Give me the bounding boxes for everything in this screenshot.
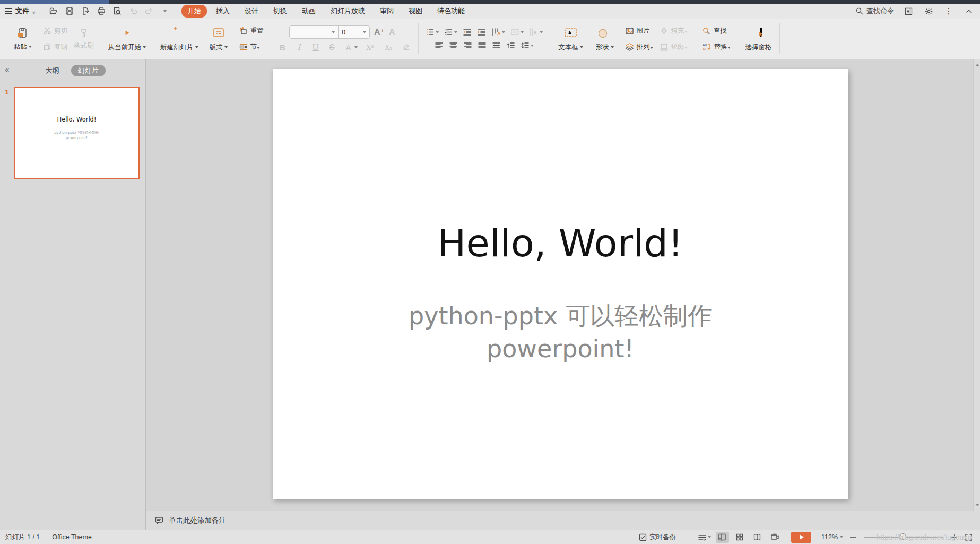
numbered-list-button[interactable] xyxy=(444,28,457,37)
format-painter-button[interactable]: 格式刷 xyxy=(74,28,94,50)
more-options-icon[interactable]: ⋮ xyxy=(943,5,955,17)
text-orientation-button[interactable] xyxy=(529,28,543,37)
thumbnail-title: Hello, World! xyxy=(15,116,138,123)
line-spacing-button[interactable] xyxy=(521,41,534,50)
arrange-button[interactable]: 排列 xyxy=(625,41,653,52)
slide-sorter-view-button[interactable] xyxy=(733,532,746,543)
tab-design[interactable]: 设计 xyxy=(239,5,264,18)
tab-slideshow[interactable]: 幻灯片放映 xyxy=(325,5,371,18)
tab-transitions[interactable]: 切换 xyxy=(267,5,293,18)
live-backup-button[interactable]: 实时备份 xyxy=(639,533,676,542)
tab-animations[interactable]: 动画 xyxy=(296,5,322,18)
editing-area: Hello, World! python-pptx 可以轻松制作 powerpo… xyxy=(146,59,980,530)
picture-button[interactable]: 图片 xyxy=(625,25,653,36)
print-icon[interactable] xyxy=(94,5,108,17)
bullet-list-button[interactable] xyxy=(426,28,439,37)
open-file-icon[interactable] xyxy=(47,5,60,17)
redo-icon[interactable] xyxy=(142,5,156,17)
italic-button[interactable]: I xyxy=(294,42,304,52)
clear-format-button[interactable] xyxy=(402,42,411,52)
textbox-button[interactable]: 文本框 xyxy=(557,22,585,56)
undo-icon[interactable] xyxy=(126,5,140,17)
tab-special-features[interactable]: 特色功能 xyxy=(431,5,471,18)
file-menu-button[interactable]: 文件 ∨ xyxy=(15,6,36,16)
align-center-button[interactable] xyxy=(449,41,458,50)
tab-review[interactable]: 审阅 xyxy=(374,5,400,18)
scroll-down-icon[interactable] xyxy=(975,504,979,506)
slide[interactable]: Hello, World! python-pptx 可以轻松制作 powerpo… xyxy=(273,69,848,499)
collapse-panel-button[interactable]: « xyxy=(5,65,9,74)
decrease-indent-button[interactable] xyxy=(463,28,472,37)
menu-bar: 文件 ∨ 开始 插入 设计 切换 动画 幻灯片放映 审阅 xyxy=(0,4,980,19)
workspace: « 大纲 幻灯片 1 Hello, World! python-pptx 可以轻… xyxy=(0,59,980,530)
line-spacing-increase-button[interactable] xyxy=(506,41,515,50)
increase-indent-button[interactable] xyxy=(477,28,486,37)
decrease-font-size-button[interactable]: A⁻ xyxy=(389,27,400,37)
zoom-slider-handle[interactable] xyxy=(900,533,906,540)
find-button[interactable]: 查找 xyxy=(702,25,731,36)
play-from-current-button[interactable]: 从当前开始 xyxy=(108,22,146,56)
text-direction-button[interactable] xyxy=(491,28,505,37)
shapes-button[interactable]: 形状 xyxy=(591,22,619,56)
selection-pane-button[interactable]: 选择窗格 xyxy=(745,22,773,56)
output-convert-icon[interactable] xyxy=(79,5,92,17)
tab-slides[interactable]: 幻灯片 xyxy=(71,65,106,76)
zoom-level-button[interactable]: 112% xyxy=(821,533,843,541)
settings-gear-icon[interactable] xyxy=(923,5,934,17)
tab-home[interactable]: 开始 xyxy=(181,5,207,18)
zoom-level-value: 112% xyxy=(821,533,838,541)
customize-toolbar-icon[interactable] xyxy=(158,5,172,17)
thumbnail-subtitle: python-pptx 可以轻松制作 powerpoint! xyxy=(15,130,138,141)
find-command-button[interactable]: 查找命令 xyxy=(855,6,894,16)
outline-button[interactable]: 轮廓 xyxy=(660,41,688,52)
increase-font-size-button[interactable]: A⁺ xyxy=(374,27,385,37)
paste-button[interactable]: 粘贴 xyxy=(9,22,37,56)
reading-view-button[interactable] xyxy=(751,532,764,543)
collapse-ribbon-icon[interactable] xyxy=(963,5,975,17)
subscript-button[interactable]: X₂ xyxy=(383,44,395,51)
layout-button[interactable]: 版式 xyxy=(205,22,232,56)
justify-button[interactable] xyxy=(478,41,487,50)
distribute-text-button[interactable] xyxy=(492,41,501,50)
zoom-slider[interactable] xyxy=(864,537,943,538)
font-size-combobox[interactable]: 0 xyxy=(339,26,369,38)
play-slideshow-button[interactable] xyxy=(791,532,811,543)
align-right-button[interactable] xyxy=(463,41,472,50)
save-icon[interactable] xyxy=(63,5,76,17)
notes-bar[interactable]: 单击此处添加备注 xyxy=(146,511,980,530)
font-color-button[interactable]: A xyxy=(344,43,358,52)
tab-outline[interactable]: 大纲 xyxy=(40,65,65,76)
fit-slide-button[interactable] xyxy=(962,532,975,543)
font-name-combobox[interactable] xyxy=(290,26,339,38)
tab-view[interactable]: 视图 xyxy=(403,5,428,18)
notes-toggle-button[interactable] xyxy=(698,533,711,542)
strikethrough-button[interactable]: S xyxy=(327,42,337,52)
normal-view-button[interactable] xyxy=(716,532,729,543)
notes-icon xyxy=(154,516,164,525)
slide-thumbnail[interactable]: Hello, World! python-pptx 可以轻松制作 powerpo… xyxy=(14,87,140,179)
zoom-in-button[interactable] xyxy=(951,534,957,540)
replace-button[interactable]: ABAC 替换 xyxy=(702,41,731,52)
fill-button[interactable]: 填充 xyxy=(660,25,688,36)
hamburger-menu-icon[interactable] xyxy=(5,8,12,14)
copy-button[interactable]: 复制 xyxy=(43,41,67,52)
cut-button[interactable]: 剪切 xyxy=(43,25,67,36)
task-window-icon[interactable] xyxy=(903,5,914,17)
align-left-button[interactable] xyxy=(435,41,444,50)
scroll-up-icon[interactable] xyxy=(975,64,979,66)
slideshow-view-button[interactable] xyxy=(768,532,781,543)
reset-label: 重置 xyxy=(250,27,264,36)
section-button[interactable]: 节 xyxy=(239,41,264,52)
slide-title[interactable]: Hello, World! xyxy=(273,221,848,265)
placeholder-frame-button[interactable] xyxy=(510,28,524,37)
zoom-out-button[interactable] xyxy=(850,537,856,538)
vertical-scrollbar[interactable] xyxy=(973,59,980,511)
underline-button[interactable]: U xyxy=(311,42,320,52)
slide-subtitle[interactable]: python-pptx 可以轻松制作 powerpoint! xyxy=(273,299,848,365)
bold-button[interactable]: B xyxy=(278,43,288,52)
reset-button[interactable]: 重置 xyxy=(239,25,264,36)
new-slide-button[interactable]: 新建幻灯片 xyxy=(160,22,198,56)
tab-insert[interactable]: 插入 xyxy=(210,5,236,18)
superscript-button[interactable]: X² xyxy=(365,44,376,51)
print-preview-icon[interactable] xyxy=(110,5,124,17)
